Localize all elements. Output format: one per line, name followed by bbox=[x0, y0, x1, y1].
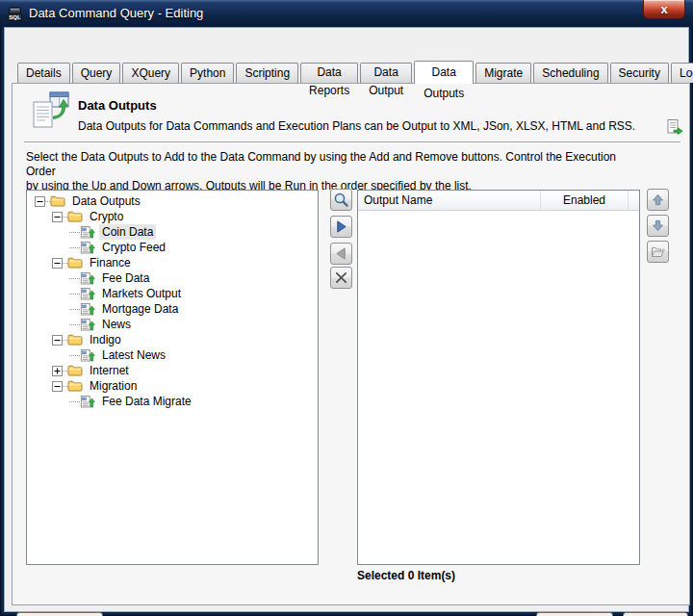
tree-item-label: News bbox=[99, 317, 134, 332]
tree-item-mortgage-data[interactable]: Mortgage Data bbox=[27, 301, 318, 317]
tree-connector bbox=[69, 232, 80, 233]
cancel-button[interactable]: Cancel bbox=[623, 612, 688, 616]
folder-icon bbox=[67, 255, 83, 270]
expander-minus-icon[interactable] bbox=[52, 258, 63, 269]
tree-item-coin-data[interactable]: Coin Data bbox=[27, 224, 318, 240]
header-divider bbox=[24, 141, 680, 142]
tree-item-crypto-feed[interactable]: Crypto Feed bbox=[27, 240, 318, 255]
tab-xquery[interactable]: XQuery bbox=[122, 63, 179, 83]
tab-security[interactable]: Security bbox=[610, 63, 669, 83]
window-title: Data Command Query - Editing bbox=[29, 6, 203, 20]
folder-icon bbox=[67, 378, 83, 394]
instructions-text: Select the Data Outputs to Add to the Da… bbox=[26, 150, 642, 193]
dialog-body: DetailsQueryXQueryPythonScriptingData Re… bbox=[5, 28, 688, 611]
tab-data-output[interactable]: Data Output bbox=[360, 63, 412, 83]
column-header-filler bbox=[629, 191, 639, 210]
data-outputs-header-icon bbox=[30, 90, 72, 134]
tab-details[interactable]: Details bbox=[17, 63, 70, 83]
folder-icon bbox=[67, 363, 83, 378]
tree-item-fee-data-migrate[interactable]: Fee Data Migrate bbox=[27, 394, 318, 409]
sql-app-icon: SQL bbox=[7, 6, 23, 22]
titlebar[interactable]: SQL Data Command Query - Editing x bbox=[0, 0, 693, 28]
selected-outputs-list: Output NameEnabled bbox=[357, 190, 640, 565]
tree-item-label: Data Outputs bbox=[69, 193, 143, 209]
clear-x-icon bbox=[334, 270, 348, 285]
add-output-button[interactable] bbox=[330, 216, 352, 238]
output-icon bbox=[80, 224, 95, 240]
output-icon bbox=[80, 270, 95, 286]
expander-minus-icon[interactable] bbox=[52, 212, 63, 222]
folder-icon bbox=[67, 209, 83, 224]
remove-output-button[interactable] bbox=[330, 243, 352, 265]
tree-item-label: Fee Data bbox=[99, 270, 152, 286]
tree-item-label: Crypto Feed bbox=[99, 240, 168, 255]
tree-item-latest-news[interactable]: Latest News bbox=[27, 347, 318, 363]
expander-minus-icon[interactable] bbox=[52, 335, 63, 346]
output-icon bbox=[80, 286, 95, 301]
export-icon[interactable] bbox=[665, 116, 686, 138]
tree-item-news[interactable]: News bbox=[27, 317, 318, 332]
expander-minus-icon[interactable] bbox=[35, 196, 45, 207]
magnifier-icon bbox=[333, 192, 349, 208]
tab-log[interactable]: Log bbox=[671, 63, 693, 83]
list-header: Output NameEnabled bbox=[358, 191, 639, 211]
tree-item-finance[interactable]: Finance bbox=[27, 255, 318, 270]
instructions-line1: Select the Data Outputs to Add to the Da… bbox=[26, 150, 642, 179]
tab-query[interactable]: Query bbox=[72, 63, 121, 83]
output-icon bbox=[80, 394, 95, 409]
up-arrow-icon bbox=[651, 192, 665, 207]
tree-connector bbox=[69, 355, 80, 356]
outputs-tree: Data OutputsCryptoCoin DataCrypto FeedFi… bbox=[26, 190, 319, 565]
column-header-enabled[interactable]: Enabled bbox=[541, 191, 629, 210]
page-subtitle: Data Outputs for Data Commands and Execu… bbox=[78, 119, 635, 133]
close-icon: x bbox=[660, 2, 667, 16]
tree-item-markets-output[interactable]: Markets Output bbox=[27, 286, 318, 301]
close-button[interactable]: x bbox=[643, 0, 685, 19]
column-header-output-name[interactable]: Output Name bbox=[358, 191, 541, 210]
tree-item-label: Crypto bbox=[87, 209, 126, 224]
ok-button[interactable]: OK bbox=[536, 612, 613, 616]
expander-minus-icon[interactable] bbox=[52, 381, 63, 392]
tree-item-indigo[interactable]: Indigo bbox=[27, 332, 318, 347]
expander-plus-icon[interactable] bbox=[52, 366, 63, 376]
output-icon bbox=[80, 240, 95, 255]
tree-connector bbox=[69, 401, 80, 402]
output-icon bbox=[80, 301, 95, 317]
folder-icon bbox=[67, 332, 83, 347]
move-down-button[interactable] bbox=[647, 215, 669, 237]
tree-item-migration[interactable]: Migration bbox=[27, 378, 318, 394]
dialog-window: SQL Data Command Query - Editing x Detai… bbox=[0, 0, 693, 616]
tree-item-label: Fee Data Migrate bbox=[99, 394, 194, 409]
page-title: Data Outputs bbox=[78, 98, 157, 113]
tree-item-label: Coin Data bbox=[99, 224, 156, 240]
tab-strip: DetailsQueryXQueryPythonScriptingData Re… bbox=[17, 60, 693, 83]
tab-data-outputs[interactable]: Data Outputs bbox=[414, 61, 474, 84]
tree-item-label: Internet bbox=[87, 363, 132, 378]
tab-scheduling[interactable]: Scheduling bbox=[533, 63, 607, 83]
tree-item-internet[interactable]: Internet bbox=[27, 363, 318, 378]
tree-item-data-outputs[interactable]: Data Outputs bbox=[27, 193, 318, 209]
tree-connector bbox=[69, 294, 80, 295]
move-up-button[interactable] bbox=[647, 189, 669, 211]
add-arrow-icon bbox=[334, 219, 348, 234]
tree-connector bbox=[69, 324, 80, 325]
tree-item-label: Mortgage Data bbox=[99, 301, 181, 317]
tab-migrate[interactable]: Migrate bbox=[475, 63, 531, 83]
tree-item-crypto[interactable]: Crypto bbox=[27, 209, 318, 224]
preview-button[interactable] bbox=[330, 189, 352, 211]
output-icon bbox=[80, 317, 95, 332]
advanced-button[interactable]: Advanced bbox=[16, 612, 103, 616]
clear-outputs-button[interactable] bbox=[330, 267, 352, 289]
tab-data-reports[interactable]: Data Reports bbox=[300, 63, 358, 83]
open-folder-icon bbox=[651, 244, 666, 259]
tree-item-fee-data[interactable]: Fee Data bbox=[27, 270, 318, 286]
tab-scripting[interactable]: Scripting bbox=[236, 63, 298, 83]
tree-item-label: Latest News bbox=[99, 347, 168, 363]
tree-connector bbox=[69, 309, 80, 310]
remove-arrow-icon bbox=[334, 246, 348, 261]
tab-python[interactable]: Python bbox=[181, 63, 234, 83]
open-output-button[interactable] bbox=[647, 241, 669, 263]
tree-connector bbox=[69, 278, 80, 279]
tree-item-label: Indigo bbox=[87, 332, 124, 347]
output-icon bbox=[80, 347, 95, 363]
